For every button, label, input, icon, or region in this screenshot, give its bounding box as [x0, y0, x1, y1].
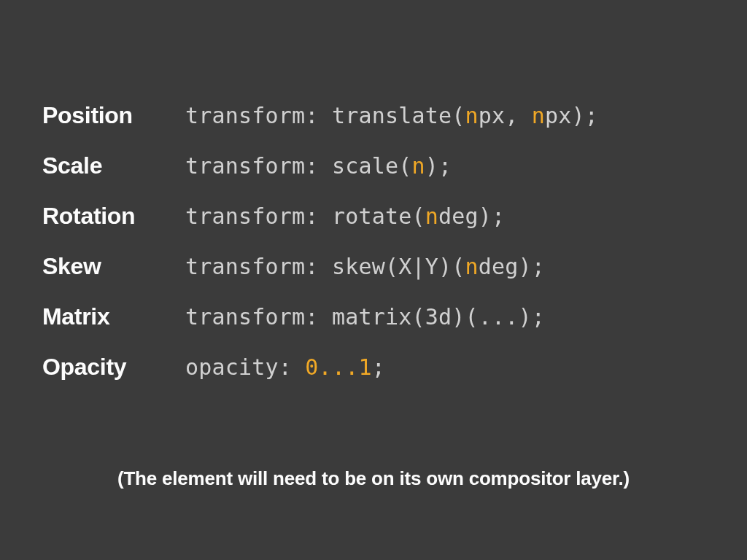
code-variable: n [425, 203, 438, 229]
row-position: Position transform: translate(npx, npx); [42, 102, 711, 129]
code-text: deg); [479, 254, 545, 279]
row-rotation: Rotation transform: rotate(ndeg); [42, 203, 711, 230]
row-label: Opacity [42, 354, 185, 381]
code-text: transform: scale( [185, 153, 411, 179]
code-text: ); [425, 153, 452, 179]
code-variable: n [532, 103, 545, 128]
row-opacity: Opacity opacity: 0...1; [42, 354, 711, 381]
code-variable: n [465, 103, 479, 128]
row-label: Matrix [42, 303, 185, 330]
row-label: Scale [42, 152, 185, 179]
row-code: transform: skew(X|Y)(ndeg); [185, 254, 545, 279]
code-text: ; [372, 354, 385, 380]
row-code: transform: rotate(ndeg); [185, 203, 505, 229]
code-text: px); [545, 103, 598, 128]
code-text: px, [479, 103, 532, 128]
row-code: transform: translate(npx, npx); [185, 103, 598, 128]
code-text: transform: translate( [185, 103, 465, 128]
code-text: transform: rotate( [185, 203, 425, 229]
row-code: transform: matrix(3d)(...); [185, 304, 545, 330]
row-label: Position [42, 102, 185, 129]
property-list: Position transform: translate(npx, npx);… [42, 102, 711, 381]
code-variable: n [465, 254, 479, 279]
code-text: transform: skew(X|Y)( [185, 254, 465, 279]
row-code: opacity: 0...1; [185, 354, 385, 380]
row-label: Skew [42, 253, 185, 280]
footnote: (The element will need to be on its own … [0, 467, 747, 490]
row-skew: Skew transform: skew(X|Y)(ndeg); [42, 253, 711, 280]
row-label: Rotation [42, 203, 185, 230]
slide: Position transform: translate(npx, npx);… [0, 0, 747, 560]
code-text: deg); [438, 203, 505, 229]
code-text: transform: matrix(3d)(...); [185, 304, 545, 330]
code-variable: 0...1 [305, 354, 371, 380]
row-code: transform: scale(n); [185, 153, 452, 179]
code-text: opacity: [185, 354, 305, 380]
code-variable: n [411, 153, 425, 179]
row-scale: Scale transform: scale(n); [42, 152, 711, 179]
row-matrix: Matrix transform: matrix(3d)(...); [42, 303, 711, 330]
